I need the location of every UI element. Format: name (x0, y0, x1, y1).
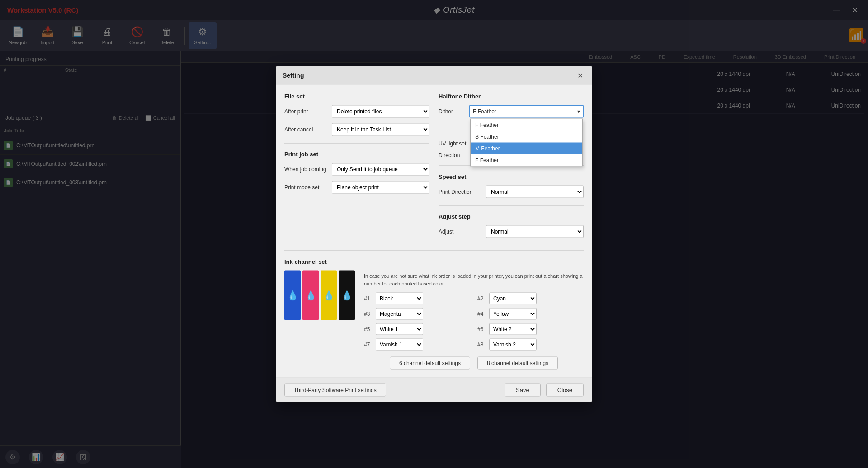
print-mode-select[interactable]: Plane object print 3D Emboss print (332, 181, 429, 194)
dither-option-f-feather-1[interactable]: F Feather (471, 119, 582, 131)
dialog-left-column: File set After print Delete printed file… (284, 93, 429, 243)
ink-select-row-5: #5 BlackCyanMagentaYellow White 1White 2… (364, 323, 470, 335)
8ch-default-button[interactable]: 8 channel default settings (477, 357, 558, 370)
col-3d-embossed: 3D Embossed (775, 54, 806, 60)
statusbar-report-icon[interactable]: 📊 (29, 450, 43, 464)
cancel-all-button[interactable]: ⬜ Cancel all (145, 115, 175, 121)
delete-all-button[interactable]: 🗑 Delete all (112, 115, 140, 121)
queue-actions: 🗑 Delete all ⬜ Cancel all (112, 115, 175, 121)
title-prefix: W (7, 6, 14, 14)
printing-progress-label: Printing progress (5, 56, 47, 62)
import-icon: 📥 (42, 26, 54, 38)
statusbar-chart-icon[interactable]: 📈 (52, 450, 67, 464)
dither-option-s-feather[interactable]: S Feather (471, 131, 582, 143)
ink-selects-grid: #1 Black CyanMagentaYellow White 1White … (364, 293, 584, 351)
dither-option-f-feather-2[interactable]: F Feather (471, 154, 582, 166)
job-path: C:\MTOutput\untitled_003\untitled.prn (16, 179, 107, 186)
settings-icon: ⚙ (198, 26, 207, 38)
third-party-button[interactable]: Third-Party Software Print settings (284, 384, 386, 397)
cancel-icon: 🚫 (131, 26, 143, 38)
default-buttons: 6 channel default settings 8 channel def… (364, 357, 584, 370)
ink-bar-yellow: 💧 (321, 271, 337, 320)
ink-drop-magenta: 💧 (305, 290, 316, 301)
main-table-cols: Embossed ASC PD Expected time Resolution… (589, 54, 864, 60)
import-button[interactable]: 📥 Import (33, 22, 61, 49)
footer-close-button[interactable]: Close (546, 384, 584, 397)
save-button[interactable]: 💾 Save (63, 22, 91, 49)
cancel-button[interactable]: 🚫 Cancel (123, 22, 151, 49)
title-bar-left: Workstation V5.0 (RC) (7, 6, 78, 14)
list-item[interactable]: 📄 C:\MTOutput\untitled_003\untitled.prn (0, 173, 180, 192)
list-item[interactable]: 📄 C:\MTOutput\untitled_002\untitled.prn (0, 155, 180, 173)
section-divider-1 (284, 143, 429, 144)
minimize-button[interactable]: — (830, 4, 843, 16)
ink-channel-select-3[interactable]: BlackCyan MagentaYellow White 1White 2Va… (376, 308, 423, 320)
close-button[interactable]: ✕ (848, 4, 861, 16)
network-badge: ! (861, 38, 866, 44)
ink-num-4: #4 (477, 311, 486, 317)
print-icon: 🖨 (102, 26, 112, 38)
ink-bar-black: 💧 (339, 271, 355, 320)
file-set-label: File set (284, 93, 429, 100)
new-job-label: New job (9, 40, 27, 45)
after-cancel-select[interactable]: Keep it in the Task List Delete Move to … (332, 123, 429, 136)
delete-icon: 🗑 (162, 26, 172, 38)
ink-select-row-7: #7 BlackCyanMagentaYellow White 1White 2… (364, 339, 470, 351)
when-job-coming-select[interactable]: Only Send it to job queue Print immediat… (332, 163, 429, 176)
print-job-set-label: Print job set (284, 151, 429, 158)
6ch-default-button[interactable]: 6 channel default settings (390, 357, 470, 370)
col-embossed: Embossed (589, 54, 612, 60)
import-label: Import (40, 40, 54, 45)
progress-body (0, 75, 180, 111)
delete-button[interactable]: 🗑 Delete (153, 22, 181, 49)
statusbar: ⚙ 📊 📈 🖼 (0, 445, 181, 468)
dither-select-box[interactable]: F Feather ▾ F Feather S Feather M Feathe… (469, 105, 584, 118)
job-queue-label: Job queue ( 3 ) (5, 115, 42, 121)
dialog-title-bar: Setting ✕ (276, 66, 592, 85)
row3-resolution: 20 x 1440 dpi (717, 103, 750, 109)
after-cancel-row: After cancel Keep it in the Task List De… (284, 123, 429, 136)
print-direction-select[interactable]: Normal Fast Slow (486, 186, 584, 198)
row3-direction: UniDirection (831, 103, 861, 109)
table-row: 📄 C:\MTOutput\untitled_003\untitled.prn (0, 173, 180, 192)
job-col-title: Job Title (0, 125, 180, 136)
title-bar: Workstation V5.0 (RC) ◆ OrtisJet — ✕ (0, 0, 868, 20)
job-queue-header: Job queue ( 3 ) 🗑 Delete all ⬜ Cancel al… (0, 111, 180, 125)
ink-channel-select-4[interactable]: BlackCyanMagenta Yellow White 1White 2Va… (489, 308, 537, 320)
ink-channel-select-1[interactable]: Black CyanMagentaYellow White 1White 2Va… (376, 293, 423, 304)
ink-channel-select-2[interactable]: Black CyanMagentaYellow White 1White 2Va… (489, 293, 537, 304)
table-row: 📄 C:\MTOutput\untitled\untitled.prn (0, 136, 180, 155)
print-direction-row: Print Direction Normal Fast Slow (439, 186, 584, 198)
list-item[interactable]: 📄 C:\MTOutput\untitled\untitled.prn (0, 136, 180, 155)
adjust-select[interactable]: Normal Fine Coarse (486, 225, 584, 238)
ink-channel-select-7[interactable]: BlackCyanMagentaYellow White 1White 2Var… (376, 339, 423, 351)
ink-select-row-1: #1 Black CyanMagentaYellow White 1White … (364, 293, 470, 304)
ink-channel-select-8[interactable]: BlackCyanMagentaYellow White 1White 2Var… (489, 339, 537, 351)
ink-channel-select-6[interactable]: BlackCyanMagentaYellow White 1White 2Var… (489, 323, 537, 335)
cancel-label: Cancel (129, 40, 145, 45)
dither-option-m-feather[interactable]: M Feather (471, 143, 582, 154)
title-bar-controls: — ✕ (830, 4, 861, 16)
ink-select-row-3: #3 BlackCyan MagentaYellow White 1White … (364, 308, 470, 320)
dialog-close-button[interactable]: ✕ (575, 70, 585, 81)
ink-channel-select-5[interactable]: BlackCyanMagentaYellow White 1White 2Var… (376, 323, 423, 335)
section-divider-3 (439, 206, 584, 206)
statusbar-gallery-icon[interactable]: 🖼 (76, 450, 90, 464)
job-path: C:\MTOutput\untitled\untitled.prn (16, 142, 94, 149)
adjust-label: Adjust (439, 229, 481, 235)
statusbar-settings-icon[interactable]: ⚙ (5, 450, 20, 464)
settings-dialog: Setting ✕ File set After print Delete pr… (276, 66, 592, 402)
dither-dropdown-arrow: ▾ (577, 108, 580, 115)
new-job-button[interactable]: 📄 New job (4, 22, 32, 49)
row3-3d: N/A (786, 103, 795, 109)
dither-label-text: Dither (439, 108, 466, 115)
after-print-select[interactable]: Delete printed files Keep in folder Move… (332, 105, 429, 118)
print-mode-row: Print mode set Plane object print 3D Emb… (284, 181, 429, 194)
ink-bar-magenta: 💧 (302, 271, 319, 320)
ink-select-row-2: #2 Black CyanMagentaYellow White 1White … (477, 293, 584, 304)
settings-button[interactable]: ⚙ Settin... (189, 22, 217, 49)
dialog-body: File set After print Delete printed file… (276, 85, 592, 378)
footer-save-button[interactable]: Save (505, 384, 541, 397)
print-button[interactable]: 🖨 Print (93, 22, 121, 49)
halftone-dither-label: Halftone Dither (439, 93, 584, 100)
